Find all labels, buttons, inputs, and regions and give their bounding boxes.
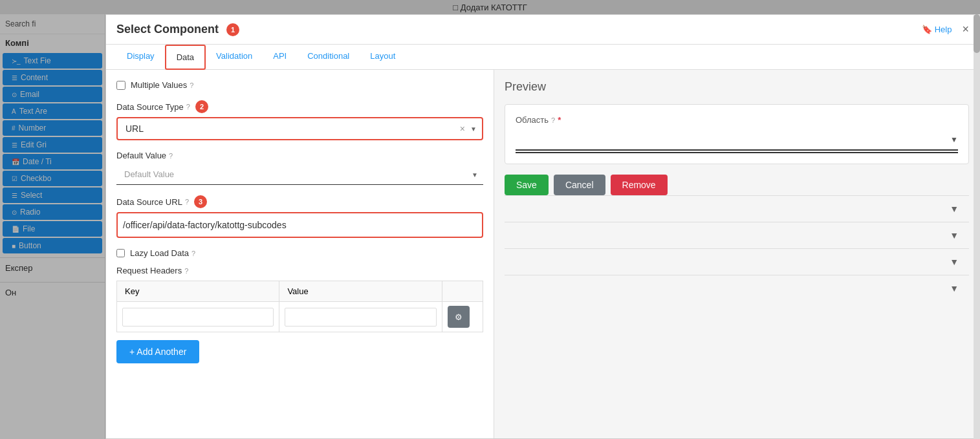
- modal-title: Select Component: [116, 23, 219, 36]
- actions-column-header: [442, 281, 483, 302]
- request-headers-group: Request Headers ? Key Value: [116, 266, 483, 363]
- multiple-values-label: Multiple Values ?: [131, 80, 193, 90]
- default-value-group: Default Value ? Default Value: [116, 151, 483, 185]
- preview-title: Preview: [505, 80, 969, 94]
- lazy-load-group: Lazy Load Data ?: [116, 248, 483, 258]
- tabs-bar: Display Data Validation API Conditional …: [106, 45, 979, 70]
- value-input[interactable]: [285, 308, 436, 327]
- data-source-url-label: Data Source URL ? 3: [116, 195, 483, 208]
- required-star: *: [558, 115, 561, 125]
- lazy-load-checkbox[interactable]: [116, 249, 125, 257]
- accordion-item-2[interactable]: ▼: [505, 222, 969, 248]
- chevron-down-icon: ▼: [950, 230, 959, 241]
- data-source-type-wrapper: URL Values Raw JSON Custom ×: [116, 117, 483, 140]
- badge-3: 3: [194, 195, 207, 208]
- scrollbar-track: [974, 14, 980, 439]
- data-source-url-input[interactable]: [123, 216, 477, 234]
- chevron-down-icon: ▼: [950, 257, 959, 267]
- modal-body: Multiple Values ? Data Source Type ? 2 U…: [106, 70, 979, 438]
- value-cell: [279, 302, 442, 332]
- key-column-header: Key: [117, 281, 279, 302]
- default-value-select[interactable]: Default Value: [116, 164, 483, 185]
- close-button[interactable]: ×: [962, 23, 969, 36]
- multiple-values-help-icon: ?: [190, 81, 193, 89]
- left-panel: Multiple Values ? Data Source Type ? 2 U…: [106, 70, 494, 438]
- tab-conditional[interactable]: Conditional: [297, 45, 360, 70]
- headers-help-icon: ?: [184, 267, 188, 275]
- badge-1: 1: [226, 23, 239, 36]
- add-another-label: + Add Another: [129, 347, 186, 357]
- multiple-values-checkbox[interactable]: [116, 81, 125, 90]
- delete-row-button[interactable]: ⚙: [448, 306, 470, 328]
- default-value-wrapper: Default Value: [116, 164, 483, 185]
- preview-dropdown[interactable]: ▼: [516, 130, 958, 151]
- chevron-down-icon: ▼: [950, 204, 959, 214]
- remove-button[interactable]: Remove: [611, 175, 668, 195]
- accordion-item-3[interactable]: ▼: [505, 248, 969, 275]
- add-another-button[interactable]: + Add Another: [116, 340, 199, 363]
- dst-help-icon: ?: [186, 103, 190, 111]
- tab-data[interactable]: Data: [165, 45, 206, 70]
- select-clear-icon[interactable]: ×: [460, 123, 465, 134]
- accordion-item-1[interactable]: ▼: [505, 195, 969, 222]
- badge-2: 2: [195, 100, 208, 113]
- value-column-header: Value: [279, 281, 442, 302]
- preview-field-label: Область ? *: [516, 115, 958, 125]
- chevron-down-icon: ▼: [950, 135, 958, 144]
- preview-underline: [516, 152, 958, 153]
- accordion-item-4[interactable]: ▼: [505, 275, 969, 301]
- modal-dialog: Select Component 1 🔖 Help × Display Data…: [105, 14, 980, 439]
- action-buttons: Save Cancel Remove: [505, 175, 969, 195]
- right-panel: Preview Область ? * ▼ Save Cancel Remove: [494, 70, 979, 438]
- help-link[interactable]: 🔖 Help: [922, 25, 952, 34]
- dv-help-icon: ?: [169, 152, 173, 160]
- multiple-values-group: Multiple Values ?: [116, 80, 483, 90]
- lazy-load-label: Lazy Load Data ?: [130, 248, 195, 258]
- preview-help-icon: ?: [551, 116, 555, 124]
- preview-card: Область ? * ▼: [505, 104, 969, 164]
- modal-header: Select Component 1 🔖 Help ×: [106, 15, 979, 45]
- table-row: ⚙: [117, 302, 483, 332]
- modal-header-actions: 🔖 Help ×: [922, 23, 969, 36]
- headers-table: Key Value: [116, 281, 483, 332]
- scrollbar-thumb[interactable]: [974, 14, 980, 53]
- lazy-help-icon: ?: [191, 250, 195, 257]
- action-cell: ⚙: [442, 302, 483, 332]
- data-source-type-label: Data Source Type ? 2: [116, 100, 483, 113]
- default-value-label: Default Value ?: [116, 151, 483, 160]
- cancel-button[interactable]: Cancel: [554, 175, 605, 195]
- tab-api[interactable]: API: [263, 45, 297, 70]
- key-cell: [117, 302, 279, 332]
- url-help-icon: ?: [185, 198, 189, 206]
- chevron-down-icon: ▼: [950, 283, 959, 294]
- tab-layout[interactable]: Layout: [360, 45, 406, 70]
- data-source-url-group: Data Source URL ? 3: [116, 195, 483, 238]
- delete-icon: ⚙: [455, 312, 463, 322]
- save-button[interactable]: Save: [505, 175, 549, 195]
- help-label: Help: [935, 25, 952, 34]
- request-headers-label: Request Headers ?: [116, 266, 483, 275]
- key-input[interactable]: [122, 308, 274, 327]
- data-source-type-select[interactable]: URL Values Raw JSON Custom: [116, 117, 483, 140]
- data-source-type-group: Data Source Type ? 2 URL Values Raw JSON…: [116, 100, 483, 140]
- help-icon: 🔖: [922, 25, 932, 34]
- tab-validation[interactable]: Validation: [206, 45, 263, 70]
- tab-display[interactable]: Display: [116, 45, 165, 70]
- data-source-url-wrapper: [116, 212, 483, 238]
